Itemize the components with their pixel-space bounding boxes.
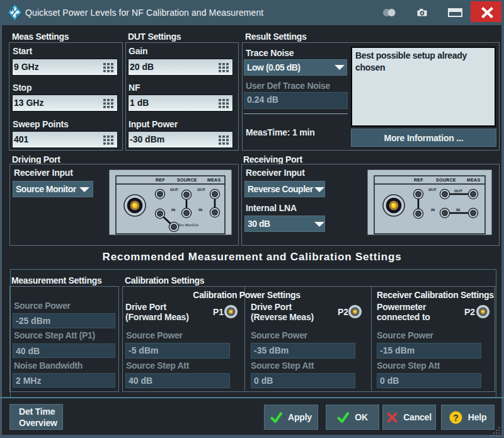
- svg-text:OUT: OUT: [197, 188, 205, 192]
- svg-text:IN: IN: [198, 208, 202, 212]
- svg-text:IN: IN: [456, 208, 460, 212]
- svg-text:OUT: OUT: [454, 189, 462, 193]
- svg-text:IN: IN: [431, 208, 435, 212]
- svg-text:?: ?: [453, 412, 458, 422]
- svg-text:SOURCE: SOURCE: [177, 178, 197, 182]
- svg-text:SOURCE: SOURCE: [436, 178, 456, 182]
- svg-text:Src MonOut: Src MonOut: [178, 223, 198, 227]
- svg-text:REF: REF: [414, 178, 423, 182]
- svg-text:R: R: [11, 7, 14, 13]
- svg-text:IN: IN: [171, 208, 175, 212]
- svg-text:REF: REF: [156, 178, 165, 182]
- svg-text:OUT: OUT: [170, 188, 178, 192]
- svg-text:MEAS: MEAS: [207, 178, 220, 182]
- svg-text:S: S: [15, 13, 19, 19]
- svg-text:MEAS: MEAS: [467, 178, 480, 182]
- svg-text:OUT: OUT: [428, 188, 437, 192]
